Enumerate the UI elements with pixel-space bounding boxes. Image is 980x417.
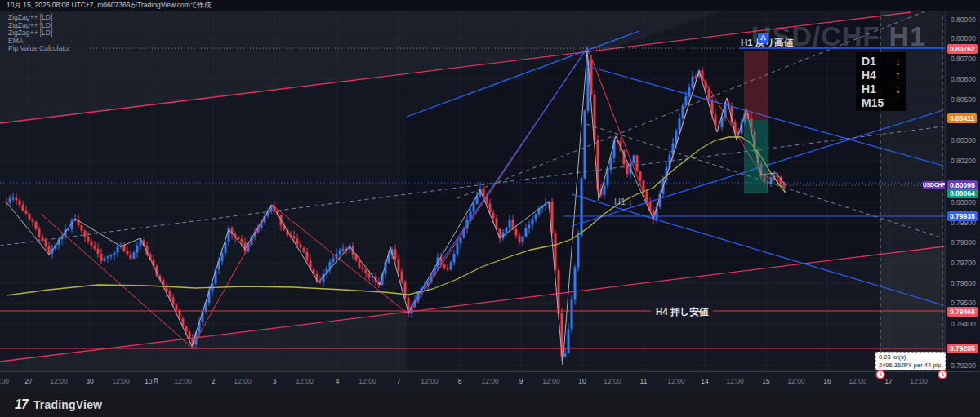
time-tick-label: 2 bbox=[212, 377, 216, 385]
tradingview-chart-app: 10月 15, 2025 08:08 UTC+7, m0607366がTradi… bbox=[0, 0, 980, 417]
price-badge: 0.80411 bbox=[947, 113, 977, 123]
time-tick-label: 14 bbox=[701, 377, 708, 385]
price-tick-label: 0.80000 bbox=[951, 198, 976, 206]
time-tick-label: 12:00 bbox=[112, 377, 129, 385]
time-tick-label: 12:00 bbox=[726, 377, 743, 385]
tf-label: H1 bbox=[862, 82, 876, 95]
tf-label: M15 bbox=[862, 96, 884, 109]
time-tick-label: 7 bbox=[397, 377, 401, 385]
position-size-tooltip: 0.03 lot(s) 2496.36JPY per 44 pip bbox=[875, 352, 946, 370]
time-tick-label: 12:00 bbox=[296, 377, 313, 385]
publish-info-bar: 10月 15, 2025 08:08 UTC+7, m0607366がTradi… bbox=[0, 0, 980, 11]
time-tick-label: 17 bbox=[884, 377, 892, 385]
time-tick-label: 27 bbox=[24, 377, 32, 385]
price-tick-label: 0.80500 bbox=[951, 95, 976, 104]
position-stop-box[interactable] bbox=[744, 51, 768, 120]
time-tick-label: 30 bbox=[86, 377, 93, 385]
price-badge: 0.79935 bbox=[947, 211, 978, 221]
time-tick-label: 12:00 bbox=[174, 377, 191, 385]
tooltip-risk: 2496.36JPY per 44 pip bbox=[879, 362, 942, 370]
tf-label: D1 bbox=[862, 55, 876, 68]
time-tick-label: 12:00 bbox=[667, 377, 684, 385]
tf-panel-row: H1↓ bbox=[856, 82, 906, 95]
price-tick-label: 0.80700 bbox=[951, 55, 976, 63]
time-tick-label: 12:00 bbox=[421, 377, 438, 385]
arrow-up-icon: ↑ bbox=[895, 69, 901, 82]
symbol-price-tag: USDCHF bbox=[923, 181, 945, 189]
tf-label: H4 bbox=[862, 69, 876, 82]
time-tick-label: 12:00 bbox=[910, 377, 927, 385]
price-tick-label: 0.79700 bbox=[951, 259, 976, 267]
price-badge: 0.80762 bbox=[947, 44, 978, 54]
price-axis[interactable]: 0.809000.808000.807000.806000.805000.803… bbox=[945, 11, 980, 371]
time-tick-label: 9 bbox=[519, 377, 523, 385]
tf-panel-row: M15 bbox=[856, 95, 906, 109]
time-tick-label: 12:00 bbox=[481, 377, 498, 385]
price-tick-label: 0.79600 bbox=[951, 279, 976, 287]
time-tick-label: 16 bbox=[823, 377, 831, 385]
time-tick-label: 10月 bbox=[145, 377, 159, 387]
tf-panel-row: H4↑ bbox=[856, 68, 906, 82]
time-tick-label: 12:00 bbox=[234, 377, 251, 385]
price-badge: 0.79468 bbox=[947, 307, 978, 317]
alert-marker-a[interactable]: A bbox=[758, 33, 768, 43]
time-tick-label: 12:00 bbox=[359, 377, 376, 385]
price-tick-label: 0.80600 bbox=[951, 75, 976, 83]
time-tick-label: 8 bbox=[458, 377, 462, 385]
time-tick-label: 11 bbox=[640, 377, 648, 385]
chart-canvas[interactable] bbox=[0, 0, 945, 371]
price-tick-label: 0.80300 bbox=[951, 136, 976, 144]
price-badge: 0.80064 bbox=[947, 189, 978, 198]
arrow-down-icon: ↓ bbox=[895, 82, 901, 95]
time-axis[interactable]: :002712:003012:0010月12:00212:00312:00412… bbox=[0, 371, 980, 393]
clock-icon bbox=[875, 370, 885, 379]
tradingview-logo-icon[interactable]: 17 bbox=[15, 397, 28, 412]
position-profit-box[interactable] bbox=[744, 120, 768, 193]
tooltip-lots: 0.03 lot(s) bbox=[879, 353, 942, 362]
time-tick-label: 12:00 bbox=[604, 377, 621, 385]
indicator-legend: ZigZag++ [LD]ZigZag++ [LD]ZigZag++ [LD]E… bbox=[8, 14, 70, 53]
time-tick-label: 4 bbox=[336, 377, 340, 385]
clock-icon bbox=[938, 370, 947, 379]
price-tick-label: 0.79500 bbox=[951, 299, 976, 307]
timeframe-bias-panel: D1↓H4↑H1↓M15 bbox=[856, 52, 906, 111]
time-tick-label: :00 bbox=[0, 377, 9, 385]
time-tick-label: 12:00 bbox=[50, 377, 67, 385]
price-badge: 0.79285 bbox=[947, 344, 978, 353]
time-tick-label: 3 bbox=[273, 377, 277, 385]
time-tick-label: 12:00 bbox=[787, 377, 804, 385]
legend-item[interactable]: Pip Value Calculator bbox=[8, 45, 70, 53]
price-tick-label: 0.79200 bbox=[951, 362, 976, 370]
annotation-h4-low: H4 押し安値 bbox=[651, 305, 713, 319]
time-tick-label: 12:00 bbox=[849, 377, 866, 385]
time-tick-label: 10 bbox=[578, 377, 586, 385]
annotation-h1-down: H1 ↓ bbox=[614, 197, 633, 206]
price-tick-label: 0.80900 bbox=[951, 16, 976, 24]
price-tick-label: 0.79800 bbox=[951, 238, 976, 246]
time-tick-label: 12:00 bbox=[542, 377, 559, 385]
price-tick-label: 0.80800 bbox=[951, 34, 976, 42]
price-tick-label: 0.80200 bbox=[951, 157, 976, 165]
arrow-down-icon: ↓ bbox=[895, 55, 901, 68]
time-tick-label: 15 bbox=[762, 377, 769, 385]
tradingview-logo-text[interactable]: TradingView bbox=[33, 398, 102, 411]
tf-panel-row: D1↓ bbox=[856, 54, 906, 68]
bottom-bar: 17 TradingView bbox=[0, 392, 980, 417]
price-tick-label: 0.79400 bbox=[951, 320, 976, 328]
